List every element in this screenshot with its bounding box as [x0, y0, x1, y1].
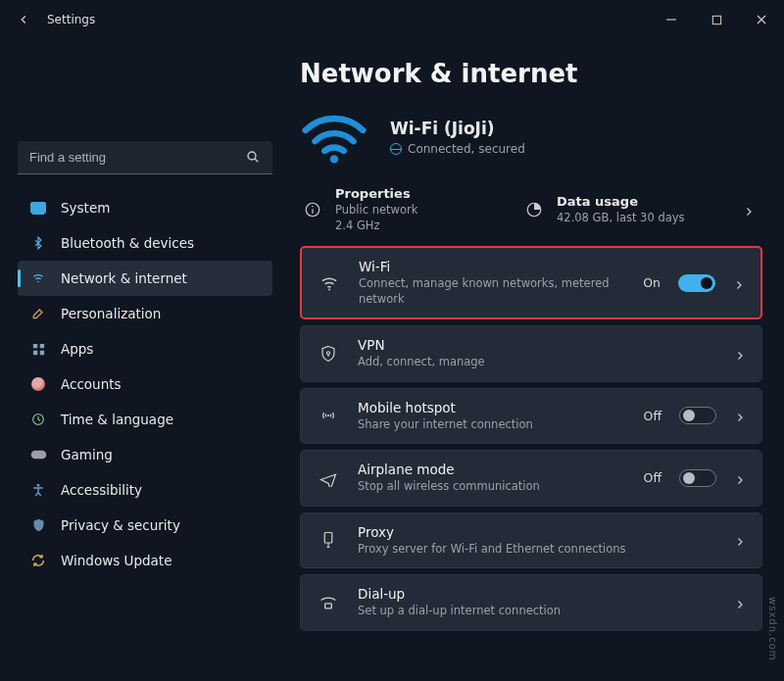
card-title: Airplane mode	[358, 462, 626, 477]
svg-line-5	[255, 159, 258, 162]
hotspot-icon	[317, 407, 340, 424]
sidebar-item-label: Accessibility	[61, 482, 142, 498]
globe-icon	[390, 143, 402, 155]
svg-point-21	[327, 414, 329, 416]
card-title: Mobile hotspot	[358, 400, 626, 415]
apps-icon	[29, 340, 47, 358]
wifi-toggle[interactable]	[678, 274, 715, 292]
hotspot-toggle[interactable]	[679, 407, 716, 424]
sidebar-item-label: Network & internet	[61, 270, 187, 286]
sidebar-item-personalization[interactable]: Personalization	[18, 296, 272, 331]
wifi-status-text: Connected, secured	[408, 142, 525, 156]
titlebar: Settings	[0, 0, 784, 39]
wifi-icon	[318, 275, 341, 291]
sidebar-item-gaming[interactable]: Gaming	[18, 437, 272, 472]
data-usage-icon	[523, 201, 545, 219]
page-title: Network & internet	[300, 59, 762, 88]
chevron-right-icon	[733, 276, 747, 290]
svg-rect-1	[712, 16, 720, 24]
sidebar-item-apps[interactable]: Apps	[18, 331, 272, 366]
accounts-icon	[29, 375, 47, 393]
svg-rect-12	[30, 451, 46, 460]
chevron-right-icon	[734, 409, 748, 422]
shield-lock-icon	[317, 344, 340, 364]
sidebar-item-label: Privacy & security	[61, 517, 180, 533]
sidebar: System Bluetooth & devices Network & int…	[0, 39, 282, 681]
back-button[interactable]	[16, 12, 31, 27]
svg-point-6	[37, 281, 39, 283]
card-subtitle: Set up a dial-up internet connection	[358, 604, 716, 619]
card-subtitle: Add, connect, manage	[358, 355, 716, 370]
sidebar-item-label: Gaming	[61, 447, 113, 462]
close-button[interactable]	[739, 0, 784, 39]
svg-rect-10	[39, 350, 43, 354]
svg-point-13	[37, 484, 40, 487]
wifi-card[interactable]: Wi-Fi Connect, manage known networks, me…	[300, 246, 762, 319]
search-input[interactable]	[18, 141, 272, 174]
chevron-right-icon	[743, 203, 757, 217]
sidebar-item-privacy[interactable]: Privacy & security	[18, 508, 272, 543]
wifi-state-label: On	[643, 275, 661, 290]
sidebar-item-label: Accounts	[61, 376, 122, 392]
dialup-icon	[317, 594, 340, 611]
card-subtitle: Share your internet connection	[358, 417, 626, 433]
svg-rect-22	[324, 533, 332, 544]
minimize-button[interactable]	[649, 0, 694, 39]
sidebar-item-accounts[interactable]: Accounts	[18, 366, 272, 402]
data-usage-link[interactable]: Data usage 42.08 GB, last 30 days	[523, 194, 729, 224]
proxy-card[interactable]: Proxy Proxy server for Wi-Fi and Etherne…	[300, 512, 762, 569]
paintbrush-icon	[29, 305, 47, 322]
dialup-card[interactable]: Dial-up Set up a dial-up internet connec…	[300, 574, 762, 631]
svg-rect-9	[32, 350, 36, 354]
system-icon	[29, 199, 47, 217]
info-icon	[302, 201, 323, 219]
accessibility-icon	[29, 481, 47, 499]
wifi-large-icon	[300, 110, 368, 165]
card-subtitle: Proxy server for Wi-Fi and Ethernet conn…	[358, 542, 716, 558]
data-usage-title: Data usage	[557, 194, 685, 209]
svg-rect-8	[39, 343, 43, 347]
sidebar-item-windows-update[interactable]: Windows Update	[18, 543, 272, 578]
search-box[interactable]	[18, 141, 272, 174]
vpn-card[interactable]: VPN Add, connect, manage	[300, 325, 762, 382]
mobile-hotspot-card[interactable]: Mobile hotspot Share your internet conne…	[300, 388, 762, 445]
card-title: Dial-up	[358, 586, 716, 602]
sidebar-item-network[interactable]: Network & internet	[18, 261, 272, 296]
proxy-icon	[317, 530, 340, 550]
svg-point-20	[327, 352, 330, 355]
card-subtitle: Stop all wireless communication	[358, 479, 626, 495]
wifi-network-name: Wi-Fi (JioJi)	[390, 119, 525, 138]
search-icon	[245, 149, 261, 169]
window-controls	[649, 0, 784, 39]
properties-title: Properties	[335, 186, 417, 201]
svg-point-4	[248, 152, 256, 160]
airplane-icon	[317, 469, 340, 487]
wifi-icon	[29, 269, 47, 287]
sidebar-item-system[interactable]: System	[18, 190, 272, 225]
bluetooth-icon	[29, 234, 47, 252]
svg-point-17	[312, 205, 314, 207]
svg-point-19	[328, 288, 330, 290]
card-subtitle: Connect, manage known networks, metered …	[359, 276, 625, 307]
svg-rect-23	[325, 604, 332, 608]
svg-rect-7	[32, 343, 36, 347]
sidebar-item-time-language[interactable]: Time & language	[18, 402, 272, 437]
window-title: Settings	[47, 13, 95, 26]
sidebar-item-label: Time & language	[61, 412, 173, 427]
gaming-icon	[29, 446, 47, 463]
watermark: wsxdn.com	[767, 597, 778, 661]
maximize-button[interactable]	[694, 0, 739, 39]
sidebar-item-label: Apps	[61, 341, 93, 357]
airplane-toggle[interactable]	[679, 469, 716, 487]
shield-icon	[29, 516, 47, 534]
sidebar-item-bluetooth[interactable]: Bluetooth & devices	[18, 225, 272, 261]
sidebar-item-label: Bluetooth & devices	[61, 235, 194, 251]
properties-link[interactable]: Properties Public network 2.4 GHz	[302, 186, 510, 232]
svg-point-14	[330, 155, 338, 163]
airplane-mode-card[interactable]: Airplane mode Stop all wireless communic…	[300, 450, 762, 507]
card-title: VPN	[358, 337, 716, 353]
sidebar-item-accessibility[interactable]: Accessibility	[18, 472, 272, 508]
chevron-right-icon	[734, 533, 748, 547]
chevron-right-icon	[734, 596, 748, 609]
card-title: Proxy	[358, 524, 716, 540]
